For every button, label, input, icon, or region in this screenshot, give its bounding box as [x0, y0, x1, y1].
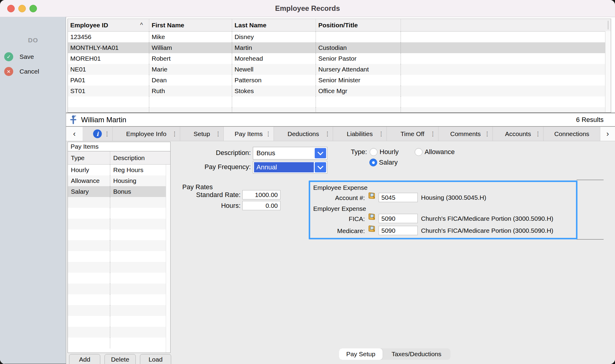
tab-options-icon[interactable]: ⋮: [430, 130, 436, 137]
tab-pay-setup[interactable]: Pay Setup: [339, 348, 383, 360]
employee-expense-label: Employee Expense: [313, 184, 368, 191]
pay-item-row-empty: [68, 338, 170, 348]
standard-rate-input[interactable]: [242, 190, 280, 199]
tab-time-off[interactable]: Time Off⋮: [387, 127, 438, 141]
minimize-window-button[interactable]: [18, 5, 26, 12]
pay-items-scrollbar[interactable]: [166, 165, 170, 353]
close-window-button[interactable]: [7, 5, 15, 12]
tabs-scroll-right-button[interactable]: ›: [600, 127, 615, 141]
tab-comments[interactable]: Comments⋮: [438, 127, 493, 141]
medicare-description: Church's FICA/Medicare Portion (3000.509…: [421, 226, 553, 235]
sidebar-header: DO: [0, 37, 66, 44]
column-header-type[interactable]: Type: [68, 151, 110, 164]
tab-info[interactable]: i ⋮: [83, 127, 113, 141]
account-number-label: Account #:: [310, 194, 365, 202]
tab-options-icon[interactable]: ⋮: [265, 130, 271, 137]
column-header-last-name[interactable]: Last Name: [232, 19, 316, 31]
account-lookup-icon[interactable]: [368, 192, 376, 201]
radio-hourly[interactable]: [370, 148, 377, 156]
radio-salary-label[interactable]: Salary: [379, 159, 398, 166]
sort-ascending-icon: ^: [140, 22, 143, 29]
pay-item-row-empty: [68, 327, 170, 338]
column-header-first-name[interactable]: First Name: [149, 19, 232, 31]
tab-options-icon[interactable]: ⋮: [484, 130, 490, 137]
radio-allowance[interactable]: [415, 148, 423, 156]
title-bar: Employee Records: [0, 0, 615, 17]
tabs-scroll-left-button[interactable]: ‹: [66, 127, 83, 141]
column-header-position[interactable]: Position/Title: [316, 19, 401, 31]
tab-taxes-deductions[interactable]: Taxes/Deductions: [383, 348, 450, 360]
medicare-input[interactable]: [379, 226, 418, 235]
expense-group-focused: Employee Expense Account #: Housing (300…: [309, 180, 577, 239]
table-row-selected[interactable]: MONTHLY-MA01WilliamMartinCustodian: [68, 42, 611, 53]
pay-item-row[interactable]: AllowanceHousing: [68, 175, 170, 186]
pay-frequency-dropdown[interactable]: Annual: [253, 161, 327, 174]
column-header-employee-id[interactable]: Employee ID ^: [68, 19, 149, 31]
delete-button[interactable]: Delete: [105, 354, 136, 364]
pay-items-panel-title: Pay Items: [68, 142, 170, 151]
add-button[interactable]: Add: [69, 354, 100, 364]
employee-table-body: 123456MikeDisney MONTHLY-MA01WilliamMart…: [68, 32, 611, 113]
record-bar: William Martin 6 Results: [66, 113, 615, 127]
tab-options-icon[interactable]: ⋮: [325, 130, 330, 137]
tab-deductions[interactable]: Deductions⋮: [274, 127, 333, 141]
save-check-icon: ✓: [4, 52, 13, 61]
account-number-input[interactable]: [379, 193, 418, 202]
cancel-x-icon: ×: [4, 67, 13, 76]
pay-item-row-selected[interactable]: SalaryBonus: [68, 186, 170, 197]
pay-item-row-empty: [68, 240, 170, 251]
pay-items-body: HourlyReg Hours AllowanceHousing SalaryB…: [68, 165, 170, 353]
hours-input[interactable]: [242, 201, 280, 210]
tab-accounts[interactable]: Accounts⋮: [493, 127, 544, 141]
chevron-down-icon[interactable]: [315, 148, 326, 158]
table-row[interactable]: ST01RuthStokesOffice Mgr: [68, 86, 611, 96]
table-row[interactable]: PA01DeanPattersonSenior Minister: [68, 75, 611, 86]
fica-lookup-icon[interactable]: [368, 213, 376, 222]
load-button[interactable]: Load: [140, 354, 171, 364]
tab-options-icon[interactable]: ⋮: [104, 130, 110, 137]
table-scrollbar[interactable]: [605, 31, 611, 113]
cancel-button[interactable]: × Cancel: [4, 67, 39, 76]
table-row[interactable]: MOREH01RobertMoreheadSenior Pastor: [68, 53, 611, 64]
employer-expense-label: Employer Expense: [313, 205, 366, 212]
tab-pay-items[interactable]: Pay Items⋮: [224, 127, 274, 141]
pay-item-row-empty: [68, 219, 170, 229]
radio-salary[interactable]: [369, 159, 377, 166]
table-row[interactable]: 123456MikeDisney: [68, 32, 611, 42]
pay-item-row-empty: [68, 273, 170, 284]
pay-item-row[interactable]: HourlyReg Hours: [68, 165, 170, 175]
description-label: Description:: [186, 147, 251, 159]
employee-table-header: Employee ID ^ First Name Last Name Posit…: [68, 19, 611, 32]
save-button[interactable]: ✓ Save: [4, 52, 34, 61]
medicare-lookup-icon[interactable]: [368, 225, 376, 234]
tab-options-icon[interactable]: ⋮: [535, 130, 541, 137]
info-icon: i: [93, 129, 102, 138]
pay-items-content: Pay Items Type Description HourlyReg Hou…: [66, 141, 615, 364]
tab-options-icon[interactable]: ⋮: [172, 130, 177, 137]
pay-item-row-empty: [68, 251, 170, 262]
zoom-window-button[interactable]: [29, 5, 37, 12]
tab-liabilities[interactable]: Liabilities⋮: [333, 127, 387, 141]
fica-input[interactable]: [379, 214, 418, 223]
save-label: Save: [20, 53, 34, 60]
tab-options-icon[interactable]: ⋮: [378, 130, 384, 137]
pay-item-row-empty: [68, 305, 170, 316]
tab-employee-info[interactable]: Employee Info⋮: [113, 127, 180, 141]
divider: [577, 180, 604, 180]
record-name: William Martin: [81, 116, 126, 124]
pay-item-row-empty: [68, 229, 170, 240]
pay-item-row-empty: [68, 316, 170, 327]
tab-setup[interactable]: Setup⋮: [180, 127, 224, 141]
fica-description: Church's FICA/Medicare Portion (3000.509…: [421, 214, 553, 223]
employee-records-window: Employee Records DO ✓ Save × Cancel « Co…: [0, 0, 615, 364]
table-row[interactable]: NE01MarieNewellNursery Attendant: [68, 64, 611, 75]
medicare-label: Medicare:: [310, 227, 365, 235]
description-dropdown[interactable]: Bonus: [253, 147, 327, 159]
pay-item-row-empty: [68, 197, 170, 208]
column-header-description[interactable]: Description: [110, 151, 170, 164]
chevron-down-icon[interactable]: [315, 162, 326, 172]
radio-allowance-label[interactable]: Allowance: [425, 148, 455, 156]
tab-connections[interactable]: Connections: [544, 127, 600, 141]
tab-options-icon[interactable]: ⋮: [215, 130, 221, 137]
radio-hourly-label[interactable]: Hourly: [380, 148, 399, 156]
